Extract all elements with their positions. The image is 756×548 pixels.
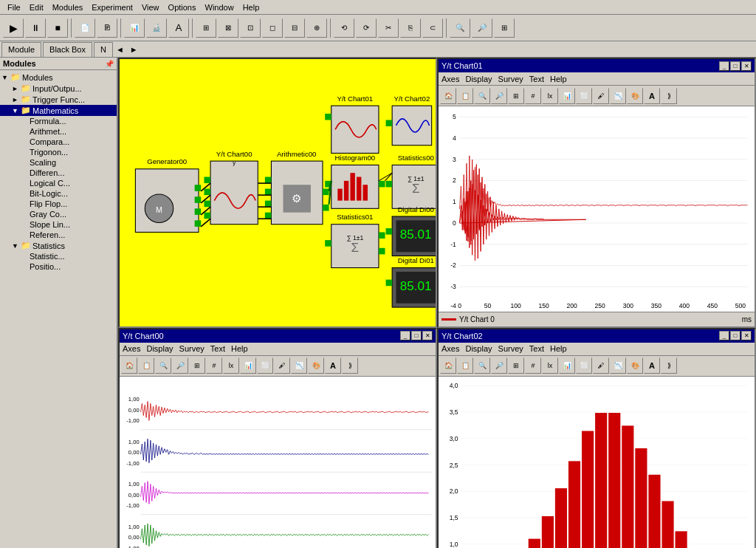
chart01-maximize[interactable]: □: [730, 61, 740, 71]
ct02-btn5[interactable]: ⊞: [508, 357, 524, 374]
menu-options[interactable]: Options: [164, 1, 201, 13]
chart01-menu-axes[interactable]: Axes: [441, 75, 459, 83]
tree-item-bitlogic[interactable]: Bit-Logic...: [0, 188, 117, 199]
chart01-menu-text[interactable]: Text: [529, 75, 544, 83]
ct02-btn2[interactable]: 📋: [457, 357, 473, 374]
chart00-maximize[interactable]: □: [411, 331, 422, 340]
ct02-btn11[interactable]: 📉: [610, 357, 626, 374]
tab-arrow-left[interactable]: ◄: [113, 45, 127, 54]
toolbar-btn6[interactable]: ⊞: [196, 18, 216, 38]
tree-item-grayco[interactable]: Gray Co...: [0, 209, 117, 219]
ct01-btn2[interactable]: 📋: [457, 88, 473, 104]
chart01-menu-help[interactable]: Help: [550, 75, 567, 83]
ct01-btn9[interactable]: ⬜: [576, 88, 592, 104]
ct02-btn13[interactable]: A: [644, 357, 660, 374]
tree-item-trigger[interactable]: ► 📁 Trigger Func...: [0, 94, 117, 105]
tab-arrow-right[interactable]: ►: [127, 45, 141, 54]
chart00-menu-text[interactable]: Text: [210, 344, 225, 353]
ct02-btn8[interactable]: 📊: [559, 357, 575, 374]
ct02-btn3[interactable]: 🔍: [474, 357, 490, 374]
ct00-btn12[interactable]: 🎨: [308, 357, 324, 374]
toolbar-btn16[interactable]: ⊂: [422, 18, 443, 38]
toolbar-btn17[interactable]: 🔍: [450, 18, 470, 38]
ct01-btn3[interactable]: 🔍: [474, 88, 490, 104]
chart00-menu-survey[interactable]: Survey: [179, 344, 205, 353]
ct02-btn4[interactable]: 🔎: [491, 357, 507, 374]
tree-item-modules-root[interactable]: ▼ 📁 Modules: [0, 72, 117, 83]
ct01-btn4[interactable]: 🔎: [491, 88, 507, 104]
chart02-maximize[interactable]: □: [730, 331, 740, 340]
panel-pin[interactable]: 📌: [105, 60, 114, 68]
toolbar-btn12[interactable]: ⟲: [334, 18, 354, 38]
chart02-menu-text[interactable]: Text: [529, 344, 544, 353]
toolbar-btn11[interactable]: ⊕: [306, 18, 327, 38]
chart00-menu-axes[interactable]: Axes: [123, 344, 140, 353]
toolbar-btn7[interactable]: ⊠: [218, 18, 238, 38]
ct01-btn6[interactable]: #: [525, 88, 541, 104]
ct01-btn1[interactable]: 🏠: [440, 88, 456, 104]
ct00-btn1[interactable]: 🏠: [121, 357, 137, 374]
ct00-btn2[interactable]: 📋: [138, 357, 154, 374]
ct00-btn5[interactable]: ⊞: [189, 357, 205, 374]
tab-blackbox[interactable]: Black Box: [43, 42, 92, 57]
ct00-btn7[interactable]: lx: [223, 357, 239, 374]
ct01-btn11[interactable]: 📉: [610, 88, 626, 104]
toolbar-btn15[interactable]: ⎘: [400, 18, 421, 38]
toolbar-stop[interactable]: ■: [47, 18, 68, 38]
toolbar-play[interactable]: ▶: [3, 18, 24, 38]
toolbar-btn4[interactable]: 🔬: [146, 18, 167, 38]
tab-module[interactable]: Module: [1, 42, 41, 57]
chart01-menu-display[interactable]: Display: [465, 75, 492, 83]
chart00-close[interactable]: ✕: [422, 331, 433, 340]
ct02-btn7[interactable]: lx: [542, 357, 558, 374]
toolbar-btn8[interactable]: ⊡: [240, 18, 261, 38]
tree-item-formula[interactable]: Formula...: [0, 116, 117, 126]
ct02-btn10[interactable]: 🖋: [593, 357, 609, 374]
menu-experiment[interactable]: Experiment: [87, 1, 137, 13]
toolbar-btn18[interactable]: 🔎: [472, 18, 492, 38]
ct02-btn12[interactable]: 🎨: [627, 357, 643, 374]
toolbar-btn1[interactable]: 📄: [75, 18, 95, 38]
tree-item-positio[interactable]: Positio...: [0, 261, 117, 272]
chart00-menu-display[interactable]: Display: [146, 344, 173, 353]
toolbar-btn13[interactable]: ⟳: [356, 18, 377, 38]
ct00-btn3[interactable]: 🔍: [155, 357, 171, 374]
ct00-btn13[interactable]: A: [325, 357, 341, 374]
ct00-btn6[interactable]: #: [206, 357, 222, 374]
tree-item-trigonon[interactable]: Trigonon...: [0, 147, 117, 157]
menu-help[interactable]: Help: [238, 1, 264, 13]
chart01-menu-survey[interactable]: Survey: [498, 75, 523, 83]
menu-file[interactable]: File: [3, 1, 25, 13]
tree-item-statistics[interactable]: ▼ 📁 Statistics: [0, 240, 117, 251]
ct01-btn8[interactable]: 📊: [559, 88, 575, 104]
toolbar-btn3[interactable]: 📊: [124, 18, 145, 38]
ct02-btn6[interactable]: #: [525, 357, 541, 374]
chart00-minimize[interactable]: _: [400, 331, 410, 340]
tree-item-referen[interactable]: Referen...: [0, 230, 117, 240]
toolbar-btn10[interactable]: ⊟: [284, 18, 305, 38]
chart01-minimize[interactable]: _: [719, 61, 729, 71]
toolbar-btn5[interactable]: A: [168, 18, 189, 38]
chart00-menu-help[interactable]: Help: [231, 344, 248, 353]
tab-n[interactable]: N: [94, 42, 113, 57]
ct02-btn9[interactable]: ⬜: [576, 357, 592, 374]
tree-item-arithmet[interactable]: Arithmet...: [0, 126, 117, 137]
tree-item-mathematics[interactable]: ▼ 📁 Mathematics: [0, 105, 117, 116]
ct01-btn12[interactable]: 🎨: [627, 88, 643, 104]
chart02-menu-display[interactable]: Display: [465, 344, 492, 353]
chart02-menu-axes[interactable]: Axes: [441, 344, 459, 353]
menu-view[interactable]: View: [137, 1, 164, 13]
tree-item-input-output[interactable]: ► 📁 Input/Outpu...: [0, 83, 117, 94]
chart02-close[interactable]: ✕: [741, 331, 752, 340]
tree-item-statistic2[interactable]: Statistic...: [0, 251, 117, 261]
ct02-btn1[interactable]: 🏠: [440, 357, 456, 374]
tree-item-flipflop[interactable]: Flip Flop...: [0, 199, 117, 209]
ct00-btn9[interactable]: ⬜: [257, 357, 273, 374]
ct00-btn11[interactable]: 📉: [291, 357, 307, 374]
toolbar-pause[interactable]: ⏸: [25, 18, 46, 38]
toolbar-btn14[interactable]: ✂: [378, 18, 399, 38]
chart01-close[interactable]: ✕: [741, 61, 752, 71]
toolbar-btn9[interactable]: ◻: [262, 18, 283, 38]
ct00-btn14[interactable]: ⟫: [342, 357, 358, 374]
tree-item-slopelin[interactable]: Slope Lin...: [0, 219, 117, 230]
